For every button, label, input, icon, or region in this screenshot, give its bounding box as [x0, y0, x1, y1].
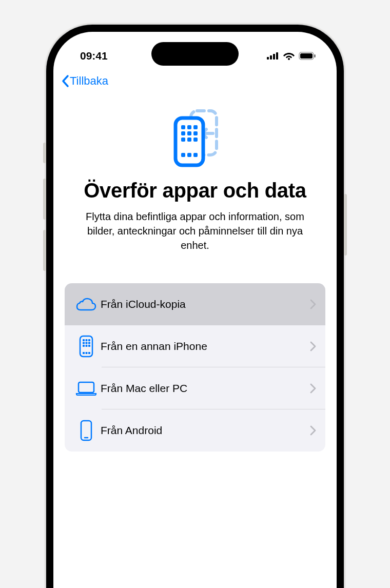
- option-icloud-backup[interactable]: Från iCloud-kopia: [65, 283, 325, 325]
- side-button: [43, 143, 46, 163]
- option-label: Från Mac eller PC: [101, 382, 310, 395]
- laptop-icon: [72, 381, 101, 396]
- svg-rect-11: [187, 125, 191, 129]
- svg-rect-26: [83, 342, 85, 344]
- svg-point-4: [288, 58, 290, 60]
- svg-rect-16: [181, 138, 185, 142]
- page-title: Överför appar och data: [69, 179, 321, 202]
- svg-rect-19: [181, 153, 185, 157]
- dynamic-island: [151, 42, 239, 66]
- svg-rect-12: [193, 125, 198, 129]
- back-button[interactable]: Tillbaka: [61, 74, 108, 88]
- svg-rect-35: [79, 382, 94, 393]
- option-label: Från iCloud-kopia: [101, 298, 310, 310]
- svg-rect-17: [187, 138, 191, 142]
- back-label: Tillbaka: [70, 74, 108, 88]
- option-android[interactable]: Från Android: [65, 409, 325, 452]
- svg-rect-18: [193, 138, 198, 142]
- chevron-right-icon: [310, 341, 316, 351]
- status-time: 09:41: [80, 50, 108, 62]
- svg-rect-14: [187, 131, 191, 135]
- svg-rect-21: [193, 153, 198, 157]
- svg-rect-1: [270, 55, 272, 60]
- volume-up-button: [43, 179, 46, 220]
- svg-rect-15: [193, 131, 198, 135]
- option-mac-pc[interactable]: Från Mac eller PC: [65, 367, 325, 409]
- battery-icon: [299, 52, 316, 60]
- chevron-right-icon: [310, 383, 316, 394]
- options-list: Från iCloud-kopia: [65, 283, 325, 452]
- svg-rect-27: [86, 342, 88, 344]
- svg-rect-3: [276, 52, 278, 60]
- svg-rect-32: [83, 352, 85, 354]
- svg-rect-2: [273, 54, 275, 60]
- phone-frame: 09:41: [46, 25, 344, 588]
- screen: 09:41: [53, 32, 337, 588]
- volume-down-button: [43, 230, 46, 271]
- svg-rect-20: [187, 153, 191, 157]
- svg-rect-28: [88, 342, 90, 344]
- svg-rect-33: [86, 352, 88, 354]
- power-button: [344, 194, 347, 256]
- page-description: Flytta dina befintliga appar och informa…: [69, 209, 321, 252]
- status-icons: [267, 52, 316, 60]
- option-another-iphone[interactable]: Från en annan iPhone: [65, 325, 325, 367]
- svg-rect-10: [181, 125, 185, 129]
- wifi-icon: [283, 52, 295, 60]
- svg-rect-25: [88, 339, 90, 341]
- cellular-icon: [267, 52, 279, 60]
- svg-rect-34: [88, 352, 90, 354]
- option-label: Från en annan iPhone: [101, 340, 310, 352]
- hero-section: Överför appar och data Flytta dina befin…: [53, 88, 337, 252]
- svg-rect-30: [86, 345, 88, 347]
- phone-icon: [72, 420, 101, 441]
- chevron-left-icon: [61, 74, 71, 88]
- option-label: Från Android: [101, 424, 310, 437]
- svg-rect-13: [181, 131, 185, 135]
- svg-rect-29: [83, 345, 85, 347]
- svg-rect-0: [267, 57, 269, 60]
- iphone-apps-icon: [72, 335, 101, 358]
- cloud-icon: [72, 298, 101, 311]
- svg-rect-23: [83, 339, 85, 341]
- nav-bar: Tillbaka: [53, 68, 337, 88]
- svg-rect-31: [88, 345, 90, 347]
- svg-rect-7: [314, 54, 316, 57]
- transfer-hero-icon: [164, 107, 226, 168]
- svg-rect-6: [300, 53, 313, 58]
- svg-rect-24: [86, 339, 88, 341]
- chevron-right-icon: [310, 425, 316, 436]
- chevron-right-icon: [310, 299, 316, 309]
